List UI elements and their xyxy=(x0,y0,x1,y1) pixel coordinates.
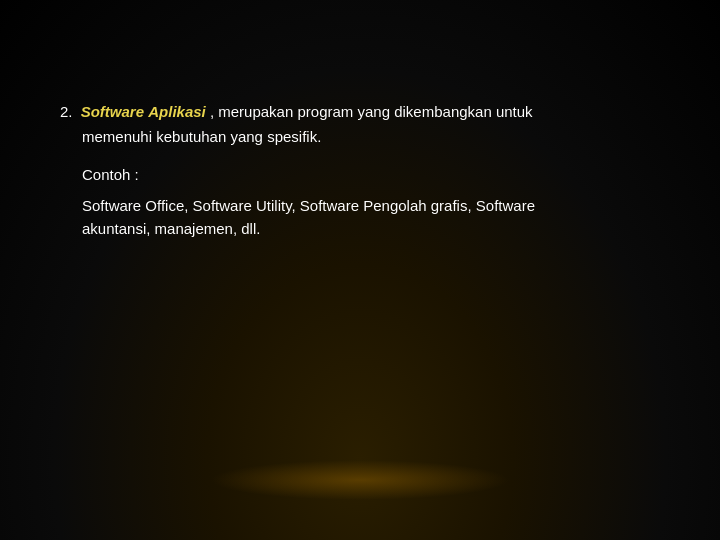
main-heading-line: 2. Software Aplikasi , merupakan program… xyxy=(60,100,535,123)
examples-text: Software Office, Software Utility, Softw… xyxy=(60,194,535,241)
term-aplikasi: Aplikasi xyxy=(148,103,206,120)
term-software: Software xyxy=(81,103,144,120)
slide: 2. Software Aplikasi , merupakan program… xyxy=(0,0,720,540)
examples-line2: akuntansi, manajemen, dll. xyxy=(82,220,260,237)
examples-line1: Software Office, Software Utility, Softw… xyxy=(82,197,535,214)
main-text-part1: , merupakan program yang dikembangkan un… xyxy=(210,103,533,120)
list-number: 2. xyxy=(60,103,73,120)
continuation-line: memenuhi kebutuhan yang spesifik. xyxy=(60,125,535,148)
contoh-label: Contoh : xyxy=(60,163,535,186)
content-block: 2. Software Aplikasi , merupakan program… xyxy=(60,100,535,240)
